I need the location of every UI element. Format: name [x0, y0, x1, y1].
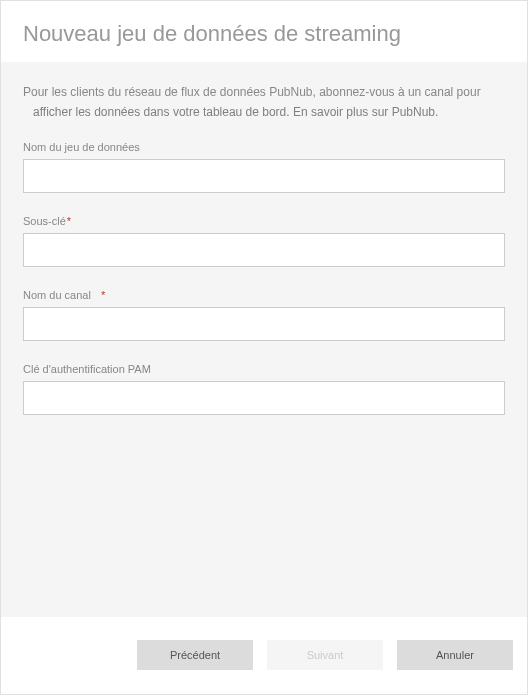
field-dataset-name: Nom du jeu de données [23, 141, 505, 193]
label-channel-name: Nom du canal* [23, 289, 505, 301]
dialog-footer: Précédent Suivant Annuler [1, 617, 527, 693]
page-title: Nouveau jeu de données de streaming [23, 21, 505, 47]
required-indicator: * [67, 215, 71, 227]
next-button: Suivant [267, 640, 383, 670]
cancel-button[interactable]: Annuler [397, 640, 513, 670]
field-channel-name: Nom du canal* [23, 289, 505, 341]
dialog-header: Nouveau jeu de données de streaming [1, 1, 527, 62]
field-sub-key: Sous-clé* [23, 215, 505, 267]
label-sub-key: Sous-clé* [23, 215, 505, 227]
input-sub-key[interactable] [23, 233, 505, 267]
description-text: Pour les clients du réseau de flux de do… [23, 82, 505, 123]
input-pam-auth-key[interactable] [23, 381, 505, 415]
form-area: Pour les clients du réseau de flux de do… [1, 62, 527, 617]
field-pam-auth-key: Clé d'authentification PAM [23, 363, 505, 415]
description-line1: Pour les clients du réseau de flux de do… [23, 85, 481, 99]
label-pam-auth-key: Clé d'authentification PAM [23, 363, 505, 375]
previous-button[interactable]: Précédent [137, 640, 253, 670]
label-dataset-name: Nom du jeu de données [23, 141, 505, 153]
required-indicator: * [101, 289, 105, 301]
input-dataset-name[interactable] [23, 159, 505, 193]
description-line2: afficher les données dans votre tableau … [23, 102, 505, 122]
input-channel-name[interactable] [23, 307, 505, 341]
